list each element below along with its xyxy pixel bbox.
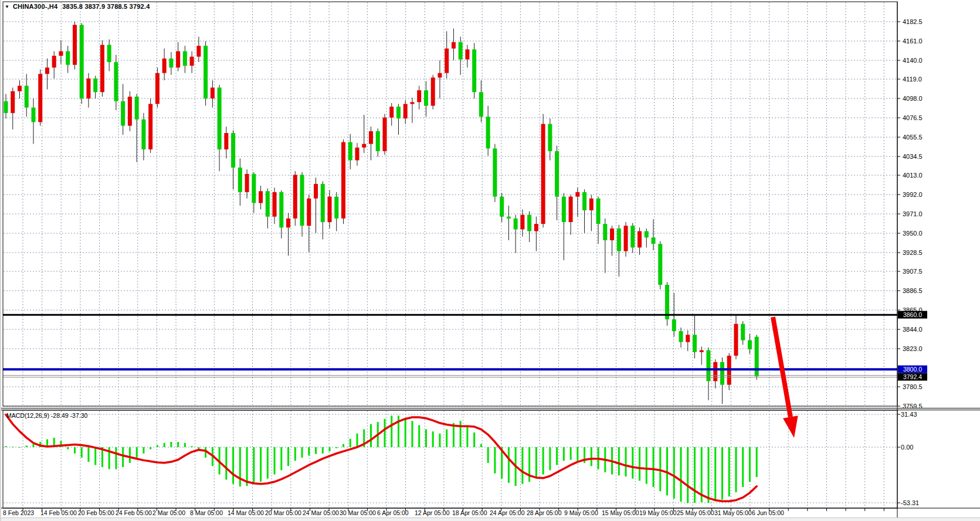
macd-histogram-bar (384, 419, 385, 447)
macd-histogram-bar (87, 447, 89, 462)
candle-body-bear (31, 108, 35, 122)
candle-body-bull (452, 42, 456, 49)
macd-histogram-bar (577, 447, 578, 461)
macd-histogram-bar (343, 444, 344, 447)
macd-histogram-bar (184, 443, 186, 447)
macd-histogram-bar (549, 447, 551, 470)
candle-body-bear (121, 101, 125, 126)
candle-body-bear (80, 25, 84, 98)
candle-body-bear (218, 87, 222, 149)
candle-body-bull (569, 197, 573, 222)
price-axis-label: 4161.0 (903, 38, 923, 45)
macd-histogram-bar (67, 447, 69, 450)
time-axis-label: 30 Mar 05:00 (340, 509, 376, 516)
macd-histogram-bar (694, 447, 696, 503)
candle-body-bear (472, 49, 476, 92)
candle-body-bull (273, 192, 277, 217)
macd-histogram-bar (5, 446, 7, 447)
macd-histogram-bar (191, 446, 193, 447)
macd-histogram-bar (157, 445, 158, 447)
macd-histogram-bar (639, 447, 640, 481)
candle-body-bear (348, 142, 352, 160)
macd-histogram-bar (687, 447, 689, 503)
candle-body-bull (190, 57, 194, 66)
price-axis-label: 4098.0 (903, 95, 923, 102)
down-arrow-shaft[interactable] (773, 317, 791, 417)
macd-histogram-bar (246, 447, 248, 486)
macd-histogram-bar (315, 447, 317, 454)
macd-histogram-bar (625, 447, 627, 476)
macd-histogram-bar (308, 447, 310, 455)
time-axis-label: 24 Apr 05:00 (490, 509, 525, 516)
chart-canvas[interactable] (1, 0, 980, 521)
candle-body-bull (369, 131, 373, 144)
macd-histogram-bar (32, 444, 34, 447)
candle-body-bear (617, 229, 621, 251)
candle-body-bull (355, 148, 359, 161)
candle-body-bull (148, 104, 152, 149)
candle-body-bear (596, 199, 601, 224)
time-axis-label: 15 May 05:00 (602, 509, 639, 516)
candle-body-bear (507, 217, 511, 219)
candle-body-bear (706, 350, 710, 382)
down-arrow-head[interactable] (783, 416, 798, 438)
candle-body-bull (286, 219, 290, 228)
candle-body-bear (204, 46, 208, 98)
macd-histogram-bar (280, 447, 282, 470)
candle-body-bear (396, 107, 401, 118)
macd-histogram-bar (81, 447, 83, 458)
candle-body-bull (431, 77, 435, 105)
candle-body-bull (541, 124, 545, 224)
candle-body-bear (652, 237, 656, 244)
candle-body-bull (700, 350, 704, 352)
candle-body-bull (245, 174, 249, 192)
candle-body-bull (624, 226, 628, 251)
macd-histogram-bar (260, 447, 262, 482)
candle-body-bull (52, 56, 56, 67)
macd-histogram-bar (735, 447, 737, 492)
macd-histogram-bar (535, 447, 537, 479)
macd-histogram-bar (225, 447, 227, 479)
candle-body-bear (169, 59, 173, 68)
candle-body-bull (610, 229, 614, 240)
candle-body-bear (548, 124, 552, 151)
macd-histogram-bar (94, 447, 96, 465)
time-axis-label: 14 Feb 05:00 (40, 509, 77, 516)
macd-histogram-bar (322, 447, 324, 454)
price-axis-label: 3886.5 (903, 287, 923, 294)
macd-histogram-bar (19, 447, 21, 448)
candle-body-bull (314, 184, 318, 199)
price-axis-label: 3950.0 (903, 230, 923, 237)
macd-histogram-bar (756, 447, 758, 477)
candle-body-bear (25, 86, 29, 107)
candle-body-bull (196, 46, 201, 57)
candle-body-bear (279, 192, 283, 227)
price-badge-3792-4: 3792.4 (898, 373, 927, 381)
candle-body-bear (334, 197, 338, 219)
symbol-dropdown-icon[interactable]: ▼ (5, 4, 9, 9)
price-axis-label: 3759.5 (903, 403, 923, 410)
candle-body-bear (555, 151, 559, 197)
macd-histogram-bar (143, 447, 144, 454)
candle-body-bull (417, 90, 421, 102)
price-axis-label: 4182.5 (903, 18, 923, 25)
candle-body-bear (459, 42, 463, 59)
macd-histogram-bar (370, 424, 372, 447)
macd-axis-label: -53.31 (901, 499, 919, 506)
macd-histogram-bar (418, 425, 420, 447)
candle-body-bear (266, 191, 270, 216)
macd-histogram-bar (480, 444, 482, 447)
macd-histogram-bar (460, 421, 462, 447)
candle-body-bear (321, 184, 325, 222)
candle-body-bull (259, 191, 263, 203)
candle-body-bull (686, 335, 690, 342)
candle-body-bear (231, 133, 235, 168)
macd-histogram-bar (164, 443, 165, 447)
candle-body-bull (410, 102, 414, 104)
candle-body-bear (720, 362, 724, 385)
candle-body-bull (534, 224, 538, 231)
macd-histogram-bar (253, 447, 255, 484)
macd-histogram-bar (287, 447, 289, 466)
price-badge-3800-0: 3800.0 (898, 366, 927, 373)
candle-body-bull (362, 144, 366, 148)
